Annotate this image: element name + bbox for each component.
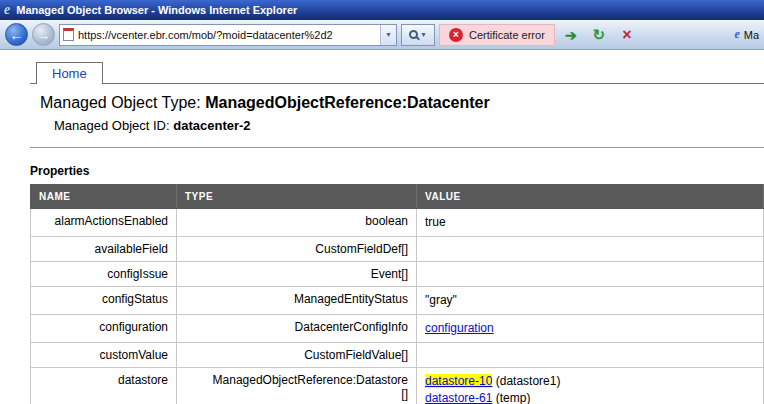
property-value: datastore-10 (datastore1)datastore-61 (t…	[417, 368, 764, 404]
table-row: datastoreManagedObjectReference:Datastor…	[31, 368, 764, 404]
property-name: configuration	[31, 315, 177, 343]
value-link[interactable]: datastore-10	[425, 374, 492, 388]
window-title: Managed Object Browser - Windows Interne…	[16, 4, 297, 16]
certificate-error-label: Certificate error	[469, 29, 545, 41]
header-value: VALUE	[417, 185, 764, 209]
managed-object-type-label: Managed Object Type:	[40, 94, 201, 111]
property-value: "gray"	[417, 287, 764, 315]
managed-object-id-label: Managed Object ID:	[54, 118, 170, 133]
value-text: "gray"	[425, 293, 457, 307]
table-row: alarmActionsEnabledbooleantrue	[31, 209, 764, 237]
tab-home[interactable]: Home	[36, 62, 103, 84]
tab-bar: Home	[30, 62, 764, 83]
managed-object-type-line: Managed Object Type: ManagedObjectRefere…	[40, 94, 764, 112]
property-type: ManagedEntityStatus	[177, 287, 417, 315]
property-name: configIssue	[31, 262, 177, 287]
object-header: Managed Object Type: ManagedObjectRefere…	[30, 83, 764, 148]
property-value: true	[417, 209, 764, 237]
table-row: configurationDatacenterConfigInfoconfigu…	[31, 315, 764, 343]
properties-table-body: alarmActionsEnabledbooleantrueavailableF…	[31, 209, 764, 404]
property-type: DatacenterConfigInfo	[177, 315, 417, 343]
value-text: true	[425, 215, 446, 229]
refresh-button[interactable]: ↻	[587, 24, 611, 46]
property-type: Event[]	[177, 262, 417, 287]
url-input[interactable]	[78, 26, 376, 44]
value-text: (temp)	[492, 391, 530, 404]
value-line: datastore-61 (temp)	[425, 390, 755, 404]
value-link[interactable]: datastore-61	[425, 391, 492, 404]
certificate-error-icon: ×	[449, 28, 463, 42]
table-row: availableFieldCustomFieldDef[]	[31, 237, 764, 262]
search-button[interactable]: ▼	[401, 24, 435, 46]
managed-object-id-value: datacenter-2	[173, 118, 250, 133]
tab-title-partial: Ma	[744, 29, 759, 41]
properties-heading: Properties	[30, 164, 764, 178]
value-line: true	[425, 214, 755, 231]
ie-logo-icon: e	[4, 2, 10, 18]
property-value: configuration	[417, 315, 764, 343]
property-name: datastore	[31, 368, 177, 404]
window-titlebar: e Managed Object Browser - Windows Inter…	[0, 0, 764, 20]
value-link[interactable]: configuration	[425, 321, 494, 335]
managed-object-type-value: ManagedObjectReference:Datacenter	[205, 94, 490, 111]
forward-arrow-icon: →	[37, 27, 51, 43]
property-value	[417, 237, 764, 262]
tab-favicon-icon: e	[734, 27, 739, 42]
browser-tab-partial[interactable]: e Ma	[734, 27, 759, 42]
header-type: TYPE	[177, 185, 417, 209]
search-icon	[409, 30, 418, 39]
table-row: customValueCustomFieldValue[]	[31, 343, 764, 368]
property-type: ManagedObjectReference:Datastore []	[177, 368, 417, 404]
value-text: (datastore1)	[492, 374, 560, 388]
browser-navbar: ← → ▼ ▼ × Certificate error ➔ ↻ × e Ma	[0, 20, 764, 50]
page-icon	[63, 28, 74, 41]
property-value	[417, 262, 764, 287]
table-header-row: NAME TYPE VALUE	[31, 185, 764, 209]
property-name: customValue	[31, 343, 177, 368]
address-dropdown-button[interactable]: ▼	[380, 25, 396, 45]
header-name: NAME	[31, 185, 177, 209]
property-name: configStatus	[31, 287, 177, 315]
go-icon: ➔	[565, 27, 577, 43]
property-type: boolean	[177, 209, 417, 237]
property-name: availableField	[31, 237, 177, 262]
stop-button[interactable]: ×	[615, 24, 639, 46]
go-button[interactable]: ➔	[559, 24, 583, 46]
page-content: Home Managed Object Type: ManagedObjectR…	[0, 50, 764, 404]
property-type: CustomFieldValue[]	[177, 343, 417, 368]
certificate-error-badge[interactable]: × Certificate error	[439, 24, 555, 46]
forward-button[interactable]: →	[32, 23, 55, 46]
property-value	[417, 343, 764, 368]
stop-icon: ×	[622, 26, 631, 44]
value-line: configuration	[425, 320, 755, 337]
properties-table: NAME TYPE VALUE alarmActionsEnabledboole…	[30, 184, 764, 404]
back-arrow-icon: ←	[10, 27, 24, 43]
table-row: configStatusManagedEntityStatus"gray"	[31, 287, 764, 315]
refresh-icon: ↻	[593, 26, 606, 44]
address-bar[interactable]: ▼	[59, 24, 397, 46]
managed-object-id-line: Managed Object ID: datacenter-2	[54, 118, 764, 133]
property-name: alarmActionsEnabled	[31, 209, 177, 237]
table-row: configIssueEvent[]	[31, 262, 764, 287]
property-type: CustomFieldDef[]	[177, 237, 417, 262]
back-button[interactable]: ←	[5, 23, 28, 46]
search-dropdown-icon: ▼	[420, 31, 427, 38]
value-line: "gray"	[425, 292, 755, 309]
value-line: datastore-10 (datastore1)	[425, 373, 755, 390]
